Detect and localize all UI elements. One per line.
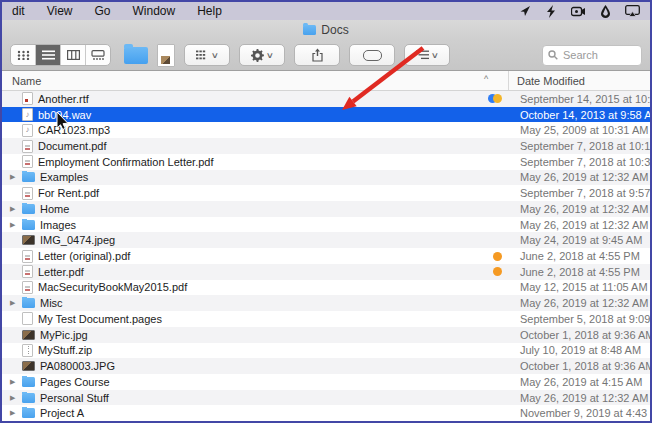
rtf-file-icon	[22, 92, 33, 105]
menu-item-window[interactable]: Window	[133, 4, 176, 18]
group-by-button[interactable]: ∨	[184, 44, 230, 66]
disclosure-triangle[interactable]: ▶	[8, 394, 22, 402]
file-row[interactable]: ▶Personal StuffMay 26, 2019 at 12:32 AM	[2, 390, 650, 406]
zip-file-icon	[22, 344, 33, 357]
action-gear-button[interactable]: ∨	[239, 44, 285, 66]
file-name: Images	[40, 219, 76, 231]
file-row[interactable]: IMG_0474.jpegMay 24, 2019 at 9:45 AM	[2, 232, 650, 248]
audio-file-icon	[22, 108, 33, 121]
window-title-bar[interactable]: Docs	[2, 20, 650, 40]
file-name: Another.rtf	[38, 93, 89, 105]
date-modified: May 26, 2019 at 4:15 AM	[511, 376, 650, 388]
pdf-file-icon	[22, 187, 33, 200]
toolbar-folder-icon[interactable]	[124, 47, 148, 64]
date-modified: September 7, 2018 at 10:38 AM	[511, 156, 650, 168]
file-row[interactable]: Letter (original).pdfJune 2, 2018 at 4:5…	[2, 248, 650, 264]
pdf-file-icon	[22, 140, 33, 153]
pdf-file-icon	[22, 250, 33, 263]
file-row[interactable]: ▶Project ANovember 9, 2019 at 4:43 PM	[2, 405, 650, 421]
airplay-icon[interactable]	[625, 5, 640, 17]
menu-item-help[interactable]: Help	[197, 4, 222, 18]
folder-icon	[22, 393, 35, 403]
date-modified: May 26, 2019 at 12:32 AM	[511, 297, 650, 309]
file-name: bb094.wav	[38, 109, 91, 121]
date-modified: May 12, 2015 at 11:05 AM	[511, 281, 650, 293]
pdf-file-icon	[22, 265, 33, 278]
file-row[interactable]: ▶Pages CourseMay 26, 2019 at 4:15 AM	[2, 374, 650, 390]
column-header-name[interactable]: Name	[2, 75, 41, 87]
file-name: CAR1023.mp3	[38, 124, 110, 136]
list-lines-icon	[416, 50, 429, 60]
disclosure-triangle[interactable]: ▶	[8, 221, 22, 229]
chevron-down-icon: ∨	[431, 51, 439, 60]
file-row[interactable]: MyPic.jpgOctober 1, 2018 at 9:36 AM	[2, 327, 650, 343]
folder-icon	[22, 220, 35, 230]
share-button[interactable]	[294, 44, 340, 66]
search-field[interactable]	[542, 45, 642, 66]
disclosure-triangle[interactable]: ▶	[8, 378, 22, 386]
date-modified: May 26, 2019 at 12:32 AM	[511, 392, 650, 404]
file-row[interactable]: MacSecurityBookMay2015.pdfMay 12, 2015 a…	[2, 280, 650, 296]
menu-item-view[interactable]: View	[47, 4, 73, 18]
file-row[interactable]: Letter.pdfJune 2, 2018 at 4:55 PM	[2, 264, 650, 280]
menu-item-go[interactable]: Go	[94, 4, 110, 18]
list-view-button[interactable]	[36, 45, 61, 65]
file-row[interactable]: ▶MiscMay 26, 2019 at 12:32 AM	[2, 295, 650, 311]
chevron-down-icon: ∨	[266, 51, 274, 60]
image-file-icon	[22, 235, 35, 245]
file-row[interactable]: Document.pdfSeptember 7, 2018 at 10:14 A…	[2, 138, 650, 154]
disclosure-triangle[interactable]: ▶	[8, 205, 22, 213]
file-row[interactable]: bb094.wavOctober 14, 2013 at 9:58 AM	[2, 107, 650, 123]
disclosure-triangle[interactable]: ▶	[8, 409, 22, 417]
search-input[interactable]	[561, 48, 625, 62]
icon-view-button[interactable]	[11, 45, 36, 65]
file-row[interactable]: Another.rtfSeptember 14, 2015 at 10:23 A…	[2, 91, 650, 107]
tag-dot	[493, 94, 502, 103]
date-modified: June 2, 2018 at 4:55 PM	[511, 266, 650, 278]
column-divider[interactable]	[508, 71, 509, 90]
location-icon[interactable]	[519, 5, 531, 17]
lightning-icon[interactable]	[546, 5, 556, 18]
file-row[interactable]: CAR1023.mp3May 25, 2009 at 10:31 AM	[2, 122, 650, 138]
tag-dot	[493, 267, 502, 276]
drop-icon[interactable]	[601, 5, 610, 18]
pdf-file-icon	[22, 281, 33, 294]
folder-icon	[303, 25, 316, 35]
chevron-down-icon: ∨	[211, 51, 219, 60]
file-row[interactable]: ▶ExamplesMay 26, 2019 at 12:32 AM	[2, 170, 650, 186]
menu-bar: ditViewGoWindowHelp	[2, 2, 650, 20]
folder-icon	[22, 377, 35, 387]
file-name: MyPic.jpg	[40, 329, 88, 341]
file-name: Pages Course	[40, 376, 110, 388]
file-row[interactable]: Employment Confirmation Letter.pdfSeptem…	[2, 154, 650, 170]
date-modified: July 10, 2019 at 8:48 AM	[511, 344, 650, 356]
camera-icon[interactable]	[571, 6, 586, 17]
menu-item-dit[interactable]: dit	[12, 4, 25, 18]
file-name: Employment Confirmation Letter.pdf	[38, 156, 213, 168]
gallery-view-button[interactable]	[86, 45, 110, 65]
date-modified: October 1, 2018 at 9:36 AM	[511, 329, 650, 341]
file-name: Project A	[40, 407, 84, 419]
pdf-file-icon	[22, 155, 33, 168]
date-modified: November 9, 2019 at 4:43 PM	[511, 407, 650, 419]
disclosure-triangle[interactable]: ▶	[8, 173, 22, 181]
toolbar-document-icon[interactable]	[157, 44, 175, 67]
item-arrangement-button[interactable]: ∨	[404, 44, 450, 66]
column-header-date-modified[interactable]: Date Modified	[517, 75, 585, 87]
file-row[interactable]: ▶ImagesMay 26, 2019 at 12:32 AM	[2, 217, 650, 233]
folder-icon	[22, 204, 35, 214]
share-icon	[312, 48, 323, 62]
disclosure-triangle[interactable]: ▶	[8, 299, 22, 307]
file-row[interactable]: ▶HomeMay 26, 2019 at 12:32 AM	[2, 201, 650, 217]
file-row[interactable]: My Test Document.pagesSeptember 5, 2018 …	[2, 311, 650, 327]
tag-button[interactable]	[349, 44, 395, 66]
tag-dots	[493, 252, 502, 261]
folder-icon	[22, 298, 35, 308]
file-row[interactable]: For Rent.pdfSeptember 7, 2018 at 9:57 AM	[2, 185, 650, 201]
tag-icon	[363, 50, 382, 61]
file-row[interactable]: MyStuff.zipJuly 10, 2019 at 8:48 AM	[2, 343, 650, 359]
folder-icon	[22, 172, 35, 182]
date-modified: May 26, 2019 at 12:32 AM	[511, 203, 650, 215]
file-row[interactable]: PA080003.JPGOctober 1, 2018 at 9:36 AM	[2, 358, 650, 374]
column-view-button[interactable]	[61, 45, 86, 65]
